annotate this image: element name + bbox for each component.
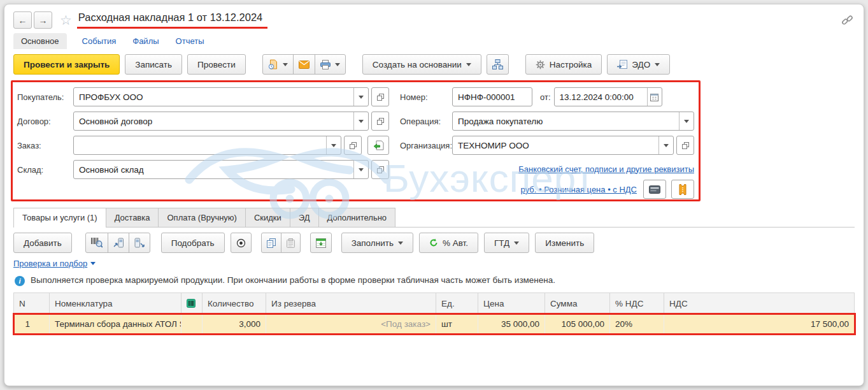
favorite-star-icon[interactable]: ☆ [60,13,72,27]
nav-tab-reports[interactable]: Отчеты [174,33,206,49]
organization-field[interactable]: ТЕХНОМИР ООО [452,136,674,155]
contract-dropdown[interactable] [353,112,368,130]
tab-payment[interactable]: Оплата (Вручную) [158,208,245,227]
gtd-button[interactable]: ГТД [484,233,529,253]
edit-button[interactable]: Изменить [535,233,594,253]
tab-goods-services[interactable]: Товары и услуги (1) [13,208,106,227]
col-n[interactable]: N [14,293,50,314]
cell-price[interactable]: 35 000,00 [478,314,545,335]
warehouse-dropdown[interactable] [353,161,368,178]
open-icon [350,142,357,149]
order-field[interactable] [73,136,341,155]
cell-marking[interactable] [181,314,203,335]
info-message: Выполняется проверка маркируемой продукц… [31,275,555,285]
chevron-down-icon [359,96,364,99]
unload-from-terminal-button[interactable] [129,233,150,253]
paste-button[interactable] [281,233,301,253]
main-toolbar: Провести и закрыть Записать Провести [4,49,864,80]
tab-delivery[interactable]: Доставка [106,208,159,227]
col-nomenclature[interactable]: Номенклатура [50,293,181,314]
tab-ed[interactable]: ЭД [290,208,319,227]
nav-tab-files[interactable]: Файлы [131,33,160,49]
check-and-pick-link[interactable]: Проверка и подбор [13,259,87,268]
payment-terminal-button[interactable] [643,180,666,199]
contract-field[interactable]: Основной договор [73,112,369,131]
tab-additional[interactable]: Дополнительно [318,208,396,227]
order-dropdown[interactable] [326,136,341,154]
chevron-down-icon [398,242,403,245]
copy-button[interactable] [261,233,281,253]
fill-table-button[interactable] [310,233,332,253]
cell-vat[interactable]: 17 500,00 [664,314,855,335]
warehouse-label: Склад: [17,165,73,175]
back-button[interactable]: ← [13,11,32,29]
post-and-close-button[interactable]: Провести и закрыть [13,54,120,75]
contract-open-button[interactable] [371,112,389,131]
col-reserve[interactable]: Из резерва [266,293,436,314]
warehouse-field[interactable]: Основной склад [73,160,369,179]
col-marking[interactable] [181,293,203,314]
post-button[interactable]: Провести [187,54,246,75]
link-icon[interactable] [841,14,853,26]
cell-reserve[interactable]: <Под заказ> [266,314,436,335]
cell-vat-pct[interactable]: 20% [610,314,664,335]
fill-button[interactable]: Заполнить [341,233,413,253]
check-and-pick-row: Проверка и подбор [13,259,855,268]
organization-dropdown[interactable] [658,136,673,154]
discount-card-button[interactable] [671,180,694,199]
edo-button[interactable]: ЭДО [607,54,670,75]
cell-qty[interactable]: 3,000 [203,314,266,335]
chevron-down-icon [655,63,660,66]
number-field[interactable]: НФНФ-000001 [452,87,532,106]
create-based-on-button[interactable]: Создать на основании [362,54,481,75]
save-button[interactable]: Записать [125,54,182,75]
fill-from-order-button[interactable] [367,136,389,155]
document-structure-button[interactable] [487,54,509,75]
tab-discounts[interactable]: Скидки [245,208,290,227]
buyer-open-button[interactable] [371,87,389,106]
col-vat-pct[interactable]: % НДС [610,293,664,314]
post-later-button[interactable] [262,54,294,75]
pick-items-button[interactable]: Подобрать [161,233,225,253]
buyer-field[interactable]: ПРОФБУХ ООО [73,87,369,106]
envelope-icon [299,61,309,69]
cell-sum[interactable]: 105 000,00 [545,314,610,335]
price-currency-link[interactable]: руб. • Розничная цена • с НДС [521,185,637,194]
chevron-down-icon [331,144,336,147]
nav-tab-main[interactable]: Основное [13,33,67,49]
col-sum[interactable]: Сумма [545,293,610,314]
buyer-dropdown[interactable] [353,88,368,106]
ticket-icon [679,184,687,195]
operation-field[interactable]: Продажа покупателю [452,112,694,131]
nav-tab-events[interactable]: События [81,33,118,49]
view-mode-button[interactable] [231,233,252,253]
cell-nomenclature[interactable]: Терминал сбора данных АТОЛ Smar... [50,314,181,335]
settings-button[interactable]: Настройка [525,54,602,75]
operation-dropdown[interactable] [679,112,694,130]
order-open-button[interactable] [344,136,362,155]
add-row-button[interactable]: Добавить [13,233,72,253]
send-email-button[interactable] [293,54,315,75]
warehouse-open-button[interactable] [371,160,389,179]
col-unit[interactable]: Ед. [436,293,478,314]
organization-open-button[interactable] [676,136,694,155]
scanner-group [85,233,150,253]
contract-label: Договор: [17,117,73,126]
col-qty[interactable]: Количество [203,293,266,314]
number-value: НФНФ-000001 [458,92,515,102]
forward-button[interactable]: → [34,11,52,29]
table-row[interactable]: 1 Терминал сбора данных АТОЛ Smar... 3,0… [14,314,855,335]
load-to-terminal-button[interactable] [108,233,129,253]
barcode-scan-button[interactable] [85,233,108,253]
bank-details-link[interactable]: Банковский счет, подписи и другие реквиз… [518,164,694,174]
cell-unit[interactable]: шт [436,314,478,335]
buyer-value: ПРОФБУХ ООО [74,92,353,102]
print-button[interactable] [315,54,346,75]
calendar-button[interactable] [647,88,662,106]
auto-percent-button[interactable]: % Авт. [419,233,478,253]
cell-n[interactable]: 1 [14,314,50,335]
date-field[interactable]: 13.12.2024 0:00:00 [554,87,662,106]
col-price[interactable]: Цена [478,293,545,314]
chevron-down-icon [359,120,364,123]
col-vat[interactable]: НДС [664,293,855,314]
